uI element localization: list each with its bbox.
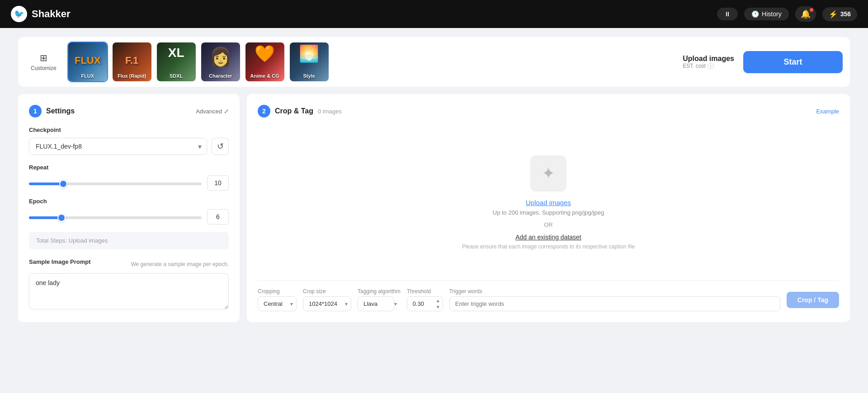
anime-icon: 🧡 [255, 44, 275, 63]
sample-prompt-textarea[interactable]: one lady [29, 273, 229, 309]
crop-controls: Cropping Central Top Bottom Left Right ▾ [258, 281, 839, 311]
crop-size-group: Crop size 512*512 768*768 1024*1024 ▾ [303, 288, 351, 311]
epoch-slider-row: 6 [29, 209, 229, 225]
epoch-value: 6 [207, 209, 229, 225]
model-flux-rapid-label: Flux (Rapid) [118, 73, 146, 79]
repeat-section: Repeat 10 [29, 164, 229, 191]
upload-images-title: Upload images [683, 55, 734, 63]
threshold-down-button[interactable]: ▼ [435, 304, 441, 310]
upload-images-link[interactable]: Upload images [526, 199, 571, 206]
credits-button[interactable]: ⚡ 356 [822, 7, 857, 21]
est-cost-row: EST. cost i [683, 63, 734, 69]
flux-text: FLUX [75, 55, 100, 66]
threshold-arrows: ▲ ▼ [435, 296, 441, 311]
logo: 🐦 Shakker [11, 6, 71, 22]
model-card-sdxl[interactable]: XL SDXL [156, 42, 197, 82]
total-steps-text: Total Steps: Upload images [36, 237, 108, 244]
model-selector-row: ⊞ Customize FLUX FLUX F.1 Flux (Rapid) [18, 37, 850, 87]
crop-tag-title-group: 2 Crop & Tag 0 images [258, 105, 342, 117]
tagging-select-wrapper: Llava BLIP WD14 ▾ [358, 296, 401, 311]
crop-tag-header: 2 Crop & Tag 0 images Example [258, 105, 839, 117]
pause-button[interactable]: ⏸ [717, 8, 738, 20]
upload-info: Upload images EST. cost i [683, 55, 734, 69]
repeat-slider[interactable] [29, 182, 202, 185]
main-content: ⊞ Customize FLUX FLUX F.1 Flux (Rapid) [0, 28, 868, 331]
customize-icon: ⊞ [40, 52, 47, 63]
dataset-hint: Please ensure that each image correspond… [462, 243, 635, 250]
crop-size-select[interactable]: 512*512 768*768 1024*1024 [303, 296, 351, 311]
epoch-label: Epoch [29, 198, 229, 205]
header: 🐦 Shakker ⏸ 🕐 History 🔔 ⚡ 356 [0, 0, 868, 28]
advanced-button[interactable]: Advanced ⤢ [196, 108, 229, 115]
customize-label: Customize [31, 65, 57, 71]
sample-prompt-hint: We generate a sample image per epoch. [131, 261, 229, 267]
model-sdxl-label: SDXL [170, 73, 183, 79]
cropping-select-wrapper: Central Top Bottom Left Right ▾ [258, 296, 297, 311]
repeat-slider-container [29, 179, 202, 187]
settings-title: Settings [46, 107, 75, 115]
advanced-label: Advanced [196, 108, 222, 115]
model-card-style[interactable]: 🌅 Style [289, 42, 330, 82]
step-1-badge: 1 [29, 105, 42, 117]
header-actions: ⏸ 🕐 History 🔔 ⚡ 356 [717, 6, 857, 22]
notification-icon: 🔔 [801, 9, 811, 19]
logo-text: Shakker [32, 8, 71, 20]
threshold-wrapper: ▲ ▼ [407, 296, 443, 311]
cropping-select[interactable]: Central Top Bottom Left Right [258, 296, 297, 311]
history-button[interactable]: 🕐 History [744, 8, 789, 20]
epoch-slider-container [29, 213, 202, 221]
repeat-value: 10 [207, 175, 229, 191]
upload-icon-wrapper: ✦ [530, 155, 566, 192]
cropping-label: Cropping [258, 288, 297, 295]
est-cost-label: EST. cost [683, 63, 706, 69]
upload-area: ✦ Upload images Up to 200 images. Suppor… [258, 125, 839, 281]
character-icon: 👩 [209, 46, 232, 67]
total-steps-box: Total Steps: Upload images [29, 232, 229, 249]
refresh-checkpoint-button[interactable]: ↺ [212, 138, 229, 155]
tagging-group: Tagging algorithm Llava BLIP WD14 ▾ [358, 288, 401, 311]
advanced-expand-icon: ⤢ [224, 108, 229, 115]
logo-icon: 🐦 [11, 6, 27, 22]
tagging-select-arrow: ▾ [394, 301, 397, 307]
model-flux-label: FLUX [81, 73, 94, 79]
add-dataset-link[interactable]: Add an existing dataset [515, 234, 581, 241]
crop-tag-panel: 2 Crop & Tag 0 images Example ✦ Upload i… [247, 94, 850, 322]
settings-panel: 1 Settings Advanced ⤢ Checkpoint FLUX.1_… [18, 94, 240, 322]
crop-size-select-wrapper: 512*512 768*768 1024*1024 ▾ [303, 296, 351, 311]
sdxl-text: XL [168, 46, 184, 60]
notification-dot [810, 8, 813, 12]
threshold-label: Threshold [407, 288, 443, 295]
image-count-badge: 0 images [318, 108, 342, 115]
checkpoint-select[interactable]: FLUX.1_dev-fp8 FLUX.1_schnell-fp8 [29, 138, 207, 155]
history-icon: 🕐 [751, 10, 759, 18]
start-button[interactable]: Start [743, 51, 843, 73]
sample-prompt-header: Sample Image Prompt We generate a sample… [29, 258, 229, 270]
threshold-group: Threshold ▲ ▼ [407, 288, 443, 311]
trigger-words-label: Trigger words [449, 288, 780, 295]
checkpoint-label: Checkpoint [29, 126, 229, 133]
settings-title-group: 1 Settings [29, 105, 75, 117]
settings-header: 1 Settings Advanced ⤢ [29, 105, 229, 117]
trigger-words-input[interactable] [449, 296, 780, 311]
checkpoint-row: FLUX.1_dev-fp8 FLUX.1_schnell-fp8 ▾ ↺ [29, 138, 229, 155]
repeat-label: Repeat [29, 164, 229, 171]
model-card-character[interactable]: 👩 Character [200, 42, 241, 82]
notification-button[interactable]: 🔔 [795, 6, 816, 22]
crop-tag-title: Crop & Tag [275, 107, 313, 115]
credits-value: 356 [840, 10, 851, 18]
checkpoint-select-wrapper: FLUX.1_dev-fp8 FLUX.1_schnell-fp8 ▾ [29, 138, 207, 155]
customize-button[interactable]: ⊞ Customize [25, 49, 62, 75]
example-link[interactable]: Example [816, 108, 839, 115]
model-card-flux-rapid[interactable]: F.1 Flux (Rapid) [112, 42, 152, 82]
crop-tag-button[interactable]: Crop / Tag [787, 292, 839, 308]
flux-rapid-text: F.1 [125, 55, 138, 66]
epoch-section: Epoch 6 [29, 198, 229, 225]
epoch-slider[interactable] [29, 216, 202, 219]
sample-prompt-label: Sample Image Prompt [29, 258, 91, 265]
tagging-select[interactable]: Llava BLIP WD14 [358, 296, 394, 311]
info-icon: i [708, 63, 714, 69]
threshold-up-button[interactable]: ▲ [435, 298, 441, 304]
upload-hint: Up to 200 images. Supporting png/jpg/jpe… [493, 209, 604, 216]
model-card-anime[interactable]: 🧡 Anime & CG [245, 42, 285, 82]
model-card-flux[interactable]: FLUX FLUX [67, 42, 108, 82]
